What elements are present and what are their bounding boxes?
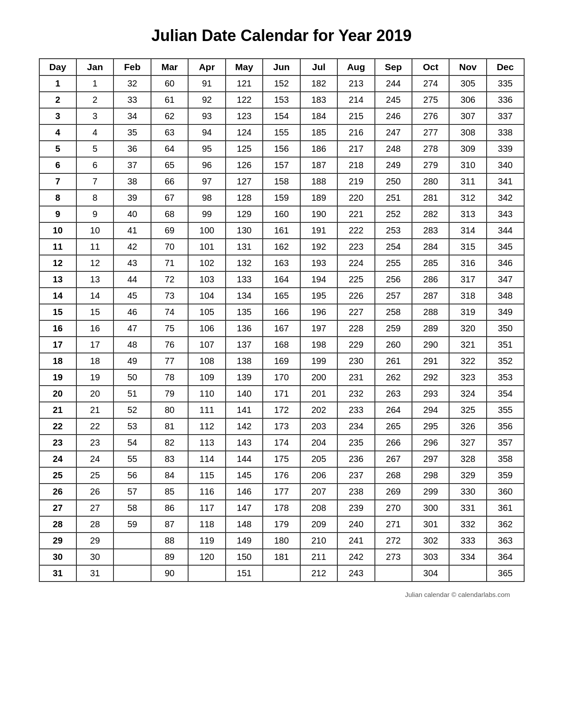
cell-mar: 61 [151,92,188,108]
cell-apr: 116 [188,484,225,500]
cell-mar: 71 [151,255,188,271]
cell-jun: 174 [263,435,300,451]
cell-sep: 256 [375,271,412,288]
cell-jul: 188 [300,173,337,190]
cell-may: 143 [226,435,263,451]
cell-jan: 30 [76,549,113,565]
cell-day: 2 [39,92,76,108]
cell-aug: 235 [337,435,374,451]
cell-jan: 11 [76,239,113,255]
cell-aug: 239 [337,500,374,516]
table-row: 27275886117147178208239270300331361 [39,500,524,516]
cell-oct: 297 [412,451,449,467]
cell-mar: 64 [151,141,188,157]
cell-jul: 203 [300,418,337,435]
cell-nov: 330 [449,484,486,500]
cell-jan: 7 [76,173,113,190]
cell-nov: 325 [449,402,486,418]
cell-day: 20 [39,386,76,402]
cell-nov: 321 [449,337,486,353]
cell-aug: 238 [337,484,374,500]
cell-jul: 212 [300,565,337,582]
cell-feb: 34 [113,108,151,124]
cell-apr [188,565,225,582]
cell-feb: 35 [113,124,151,141]
cell-feb: 52 [113,402,151,418]
cell-day: 31 [39,565,76,582]
cell-sep: 258 [375,304,412,320]
cell-jun: 159 [263,190,300,206]
cell-nov: 317 [449,271,486,288]
cell-may: 150 [226,549,263,565]
table-row: 14144573104134165195226257287318348 [39,288,524,304]
cell-feb: 41 [113,222,151,239]
cell-mar: 85 [151,484,188,500]
cell-dec: 348 [487,288,524,304]
cell-oct: 303 [412,549,449,565]
cell-day: 29 [39,533,76,549]
cell-sep: 260 [375,337,412,353]
cell-apr: 100 [188,222,225,239]
cell-nov: 331 [449,500,486,516]
cell-apr: 97 [188,173,225,190]
cell-mar: 89 [151,549,188,565]
cell-nov: 314 [449,222,486,239]
cell-jun: 166 [263,304,300,320]
cell-apr: 112 [188,418,225,435]
cell-feb: 54 [113,435,151,451]
cell-aug: 215 [337,108,374,124]
cell-nov: 323 [449,369,486,386]
cell-mar: 70 [151,239,188,255]
cell-sep: 271 [375,516,412,533]
cell-sep: 255 [375,255,412,271]
cell-jul: 199 [300,353,337,369]
cell-jun: 181 [263,549,300,565]
cell-nov: 318 [449,288,486,304]
cell-oct: 300 [412,500,449,516]
cell-aug: 232 [337,386,374,402]
cell-mar: 81 [151,418,188,435]
cell-aug: 233 [337,402,374,418]
cell-may: 149 [226,533,263,549]
cell-jan: 8 [76,190,113,206]
cell-nov: 329 [449,467,486,484]
cell-jul: 195 [300,288,337,304]
cell-jan: 18 [76,353,113,369]
cell-oct: 290 [412,337,449,353]
cell-feb: 56 [113,467,151,484]
cell-nov: 313 [449,206,486,222]
cell-may: 146 [226,484,263,500]
cell-sep: 270 [375,500,412,516]
cell-dec: 350 [487,320,524,337]
table-row: 22225381112142173203234265295326356 [39,418,524,435]
table-row: 11326091121152182213244274305335 [39,75,524,92]
cell-aug: 214 [337,92,374,108]
cell-feb: 42 [113,239,151,255]
cell-mar: 66 [151,173,188,190]
cell-apr: 117 [188,500,225,516]
cell-apr: 113 [188,435,225,451]
cell-oct: 289 [412,320,449,337]
cell-may: 147 [226,500,263,516]
cell-feb: 45 [113,288,151,304]
cell-mar: 60 [151,75,188,92]
cell-apr: 114 [188,451,225,467]
cell-oct: 302 [412,533,449,549]
cell-sep: 259 [375,320,412,337]
cell-aug: 226 [337,288,374,304]
cell-oct: 274 [412,75,449,92]
cell-jan: 28 [76,516,113,533]
cell-jul: 207 [300,484,337,500]
cell-jun: 152 [263,75,300,92]
cell-jan: 24 [76,451,113,467]
table-row: 22336192122153183214245275306336 [39,92,524,108]
cell-dec: 336 [487,92,524,108]
cell-mar: 82 [151,435,188,451]
cell-jun: 164 [263,271,300,288]
cell-aug: 223 [337,239,374,255]
cell-aug: 240 [337,516,374,533]
cell-dec: 349 [487,304,524,320]
cell-feb: 37 [113,157,151,173]
cell-oct: 292 [412,369,449,386]
cell-aug: 216 [337,124,374,141]
